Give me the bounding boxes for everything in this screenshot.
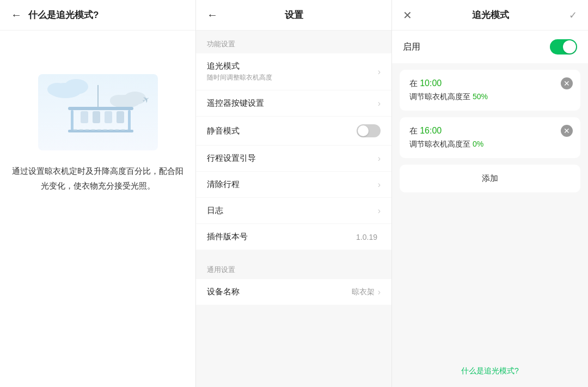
panel1-description: 通过设置晾衣机定时及升降高度百分比，配合阳光变化，使衣物充分接受光照。 — [11, 164, 185, 193]
svg-rect-17 — [117, 111, 124, 123]
settings-item-remote[interactable]: 遥控器按键设置 › — [196, 90, 391, 117]
panel3-confirm-button[interactable]: ✓ — [569, 9, 577, 21]
panel1-header: ← 什么是追光模式? — [0, 0, 195, 31]
device-title: 设备名称 — [207, 287, 352, 297]
device-value: 晾衣架 — [352, 287, 375, 297]
svg-point-3 — [47, 83, 67, 96]
remote-title: 遥控器按键设置 — [207, 98, 378, 108]
panel-what-is: ← 什么是追光模式? — [0, 0, 196, 387]
what-is-link[interactable]: 什么是追光模式? — [392, 355, 588, 387]
version-value: 1.0.19 — [356, 233, 377, 241]
add-schedule-button[interactable]: 添加 — [400, 165, 580, 192]
svg-rect-15 — [93, 111, 100, 123]
svg-rect-14 — [81, 111, 88, 123]
device-chevron: › — [378, 287, 381, 297]
schedule-title: 行程设置引导 — [207, 153, 378, 164]
schedule-2-percent: 0% — [473, 140, 483, 148]
enable-toggle-knob — [563, 40, 576, 53]
svg-point-2 — [64, 79, 88, 94]
tracking-chevron: › — [378, 67, 381, 77]
schedule-2-time-row: 在 16:00 — [409, 126, 571, 136]
panel3-close-button[interactable]: ✕ — [403, 9, 412, 22]
silent-toggle-knob — [358, 125, 369, 136]
enable-row: 启用 — [392, 31, 588, 63]
schedule-card-1: 在 10:00 调节晾衣机高度至 50% ✕ — [400, 70, 580, 111]
settings-item-device[interactable]: 设备名称 晾衣架 › — [196, 279, 391, 305]
schedule-1-remove-button[interactable]: ✕ — [561, 77, 573, 89]
section-label-function: 功能设置 — [196, 31, 391, 53]
schedule-1-percent: 50% — [473, 92, 488, 101]
settings-item-version: 插件版本号 1.0.19 — [196, 224, 391, 250]
schedule-2-time: 16:00 — [420, 126, 442, 135]
svg-rect-7 — [68, 107, 133, 110]
panel1-back-button[interactable]: ← — [11, 9, 22, 21]
panel3-header: ✕ 追光模式 ✓ — [392, 0, 588, 31]
enable-label: 启用 — [403, 41, 420, 53]
settings-item-tracking[interactable]: 追光模式 随时间调整晾衣机高度 › — [196, 53, 391, 90]
schedule-2-desc: 调节晾衣机高度至 0% — [409, 140, 571, 149]
panel-settings: ← 设置 功能设置 追光模式 随时间调整晾衣机高度 › 遥控器按键设置 › 静音… — [196, 0, 392, 387]
general-settings-group: 设备名称 晾衣架 › — [196, 279, 391, 305]
panel-tracking-mode: ✕ 追光模式 ✓ 启用 在 10:00 调节晾衣机高度至 50% ✕ 在 16:… — [392, 0, 588, 387]
settings-item-schedule[interactable]: 行程设置引导 › — [196, 146, 391, 172]
schedule-card-2: 在 16:00 调节晾衣机高度至 0% ✕ — [400, 117, 580, 158]
log-chevron: › — [378, 206, 381, 216]
clear-title: 清除行程 — [207, 179, 378, 190]
svg-rect-9 — [128, 110, 131, 132]
settings-item-silent[interactable]: 静音模式 — [196, 117, 391, 146]
settings-item-clear[interactable]: 清除行程 › — [196, 172, 391, 198]
tracking-title: 追光模式 — [207, 61, 378, 71]
panel2-title: 设置 — [285, 9, 303, 21]
section-label-general: 通用设置 — [196, 256, 391, 279]
schedule-1-time-row: 在 10:00 — [409, 78, 571, 89]
silent-toggle[interactable] — [357, 124, 381, 137]
remote-chevron: › — [378, 99, 381, 108]
svg-point-6 — [110, 95, 127, 106]
panel1-title: 什么是追光模式? — [28, 9, 99, 21]
svg-rect-8 — [71, 110, 74, 132]
schedule-1-desc: 调节晾衣机高度至 50% — [409, 92, 571, 102]
schedule-1-time: 10:00 — [420, 78, 442, 88]
log-title: 日志 — [207, 205, 378, 216]
schedule-chevron: › — [378, 154, 381, 164]
svg-rect-16 — [105, 111, 112, 123]
version-title: 插件版本号 — [207, 232, 356, 242]
enable-toggle[interactable] — [550, 39, 577, 55]
panel2-header: ← 设置 — [196, 0, 391, 31]
settings-item-log[interactable]: 日志 › — [196, 198, 391, 224]
schedule-2-remove-button[interactable]: ✕ — [561, 125, 573, 137]
panel1-content: ✈ 通过设置晾衣机定时及升降高度百分比，配合阳光变化，使衣物充分接受光照。 — [0, 31, 195, 387]
tracking-sub: 随时间调整晾衣机高度 — [207, 73, 378, 82]
function-settings-group: 追光模式 随时间调整晾衣机高度 › 遥控器按键设置 › 静音模式 行程设置引导 — [196, 53, 391, 250]
clear-chevron: › — [378, 180, 381, 190]
panel3-title: 追光模式 — [472, 9, 509, 21]
tracking-mode-illustration: ✈ — [38, 41, 158, 150]
silent-title: 静音模式 — [207, 126, 357, 136]
panel2-back-button[interactable]: ← — [207, 9, 218, 21]
